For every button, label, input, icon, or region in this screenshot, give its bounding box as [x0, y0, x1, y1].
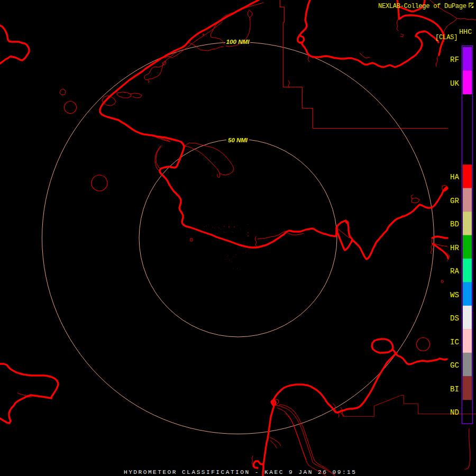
svg-text:RA: RA	[450, 267, 459, 276]
svg-text:IC: IC	[450, 338, 459, 346]
svg-text:RF: RF	[450, 56, 459, 64]
svg-text:50 NMI: 50 NMI	[228, 137, 248, 143]
svg-text:GC: GC	[450, 361, 459, 370]
svg-text:GR: GR	[450, 197, 459, 205]
svg-text:NEXLAB-College of DuPage: NEXLAB-College of DuPage	[378, 3, 466, 10]
svg-text:HA: HA	[450, 173, 459, 181]
svg-text:HHC: HHC	[459, 28, 472, 36]
svg-text:UK: UK	[450, 79, 459, 88]
svg-text:ND: ND	[450, 408, 459, 417]
svg-text:BI: BI	[450, 385, 459, 393]
svg-text:[CLAS]: [CLAS]	[435, 34, 458, 41]
svg-text:DS: DS	[450, 314, 459, 323]
svg-text:BD: BD	[450, 220, 459, 228]
svg-text:100 NMI: 100 NMI	[226, 39, 250, 45]
svg-text:WS: WS	[450, 291, 459, 299]
svg-text:HR: HR	[450, 244, 459, 252]
